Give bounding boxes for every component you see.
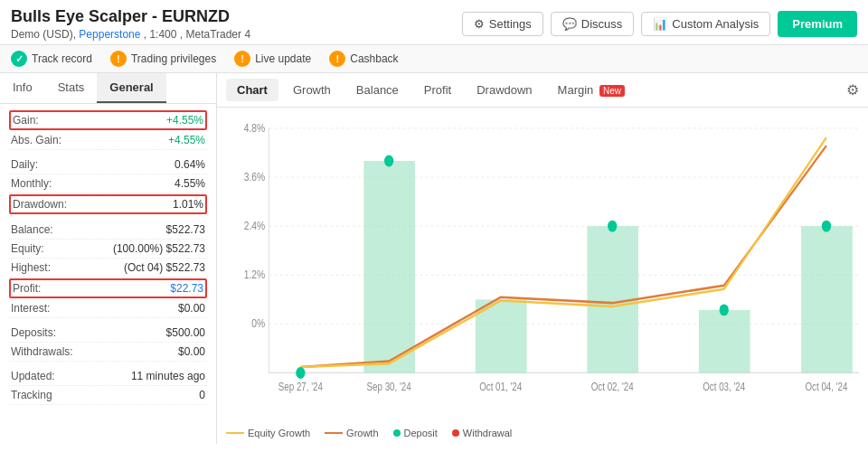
stat-daily: Daily: 0.64% <box>9 155 207 174</box>
balance-value: $522.73 <box>166 223 205 236</box>
gain-value: +4.55% <box>166 114 203 127</box>
svg-text:Sep 27, '24: Sep 27, '24 <box>278 381 323 392</box>
daily-label: Daily: <box>11 158 38 171</box>
equity-label: Equity: <box>11 242 44 255</box>
chart-tab-growth[interactable]: Growth <box>282 79 342 101</box>
chart-tabs-row: Chart Growth Balance Profit Drawdown Mar… <box>217 73 868 108</box>
legend-withdrawal: Withdrawal <box>452 428 512 438</box>
chart-svg: 4.8% 3.6% 2.4% 1.2% 0% <box>226 117 859 419</box>
badge-trading-privileges[interactable]: ! Trading privileges <box>110 51 216 67</box>
badge-live-update[interactable]: ! Live update <box>234 51 311 67</box>
badge-cashback[interactable]: ! Cashback <box>329 51 398 67</box>
badge-track-record[interactable]: ✓ Track record <box>11 51 92 67</box>
svg-text:Oct 03, '24: Oct 03, '24 <box>703 381 745 392</box>
bar-oct04 <box>801 226 853 372</box>
filter-icon[interactable]: ⚙ <box>846 81 859 99</box>
updated-value: 11 minutes ago <box>131 370 205 382</box>
chart-legend: Equity Growth Growth Deposit Withdrawal <box>217 424 868 444</box>
chat-icon: 💬 <box>562 17 577 31</box>
left-panel: Info Stats General Gain: +4.55% Abs. Gai… <box>0 73 217 444</box>
svg-text:Oct 02, '24: Oct 02, '24 <box>591 381 634 392</box>
legend-deposit: Deposit <box>393 428 438 438</box>
stat-equity: Equity: (100.00%) $522.73 <box>9 240 207 259</box>
tab-info[interactable]: Info <box>0 73 45 103</box>
deposit-label: Deposit <box>404 428 438 438</box>
equity-value: (100.00%) $522.73 <box>113 242 205 255</box>
highest-label: Highest: <box>11 261 51 274</box>
tracking-label: Tracking <box>11 389 52 401</box>
deposits-label: Deposits: <box>11 326 56 339</box>
svg-text:4.8%: 4.8% <box>244 121 265 134</box>
daily-value: 0.64% <box>175 158 205 171</box>
svg-text:Oct 04, '24: Oct 04, '24 <box>806 381 848 392</box>
subtitle-suffix: , 1:400 , MetaTrader 4 <box>144 28 250 41</box>
abs-gain-value: +4.55% <box>168 134 205 146</box>
stat-balance: Balance: $522.73 <box>9 221 207 240</box>
left-tabs: Info Stats General <box>0 73 216 104</box>
trading-privileges-label: Trading privileges <box>131 52 216 65</box>
deposits-value: $500.00 <box>166 326 205 339</box>
svg-text:3.6%: 3.6% <box>244 170 265 183</box>
svg-text:0%: 0% <box>251 316 265 329</box>
cashback-label: Cashback <box>350 52 398 65</box>
chart-tab-chart[interactable]: Chart <box>226 79 278 101</box>
deposit-dot-sep27 <box>296 367 305 379</box>
main-content: Info Stats General Gain: +4.55% Abs. Gai… <box>0 73 868 444</box>
settings-button[interactable]: ⚙ Settings <box>462 12 543 36</box>
withdrawals-label: Withdrawals: <box>11 345 73 358</box>
stat-updated: Updated: 11 minutes ago <box>9 367 207 386</box>
premium-button[interactable]: Premium <box>778 11 857 37</box>
tab-stats[interactable]: Stats <box>45 73 98 103</box>
growth-line-legend <box>325 432 343 434</box>
header-right: ⚙ Settings 💬 Discuss 📊 Custom Analysis P… <box>462 11 857 37</box>
custom-analysis-button[interactable]: 📊 Custom Analysis <box>641 12 770 36</box>
bar-oct03 <box>699 310 750 373</box>
gear-icon: ⚙ <box>474 17 485 31</box>
abs-gain-label: Abs. Gain: <box>11 134 61 146</box>
chart-tab-margin[interactable]: Margin New <box>547 79 636 101</box>
equity-growth-label: Equity Growth <box>248 428 310 438</box>
tab-general[interactable]: General <box>97 73 165 103</box>
chart-area: 4.8% 3.6% 2.4% 1.2% 0% <box>217 108 868 424</box>
monthly-label: Monthly: <box>11 177 52 190</box>
right-panel: Chart Growth Balance Profit Drawdown Mar… <box>217 73 868 444</box>
info-icon-cashback: ! <box>329 51 345 67</box>
withdrawal-label: Withdrawal <box>463 428 512 438</box>
stat-deposits: Deposits: $500.00 <box>9 324 207 343</box>
profit-label: Profit: <box>13 282 41 295</box>
withdrawal-dot-legend <box>452 429 459 437</box>
stat-gain: Gain: +4.55% <box>9 110 207 130</box>
equity-growth-line-legend <box>226 432 244 434</box>
info-icon-live: ! <box>234 51 250 67</box>
stat-abs-gain: Abs. Gain: +4.55% <box>9 131 207 150</box>
withdrawals-value: $0.00 <box>178 345 205 358</box>
interest-value: $0.00 <box>178 302 205 315</box>
svg-text:Sep 30, '24: Sep 30, '24 <box>367 381 411 392</box>
gain-label: Gain: <box>13 114 39 127</box>
new-badge: New <box>599 85 625 97</box>
stats-table: Gain: +4.55% Abs. Gain: +4.55% Daily: 0.… <box>0 104 216 444</box>
legend-growth: Growth <box>325 428 378 438</box>
analysis-icon: 📊 <box>653 17 667 31</box>
updated-label: Updated: <box>11 370 55 382</box>
chart-tab-balance[interactable]: Balance <box>345 79 410 101</box>
drawdown-label: Drawdown: <box>13 198 67 211</box>
chart-tab-drawdown[interactable]: Drawdown <box>466 79 542 101</box>
header: Bulls Eye Scalper - EURNZD Demo (USD), P… <box>0 0 868 45</box>
chart-tab-profit[interactable]: Profit <box>413 79 462 101</box>
discuss-button[interactable]: 💬 Discuss <box>551 12 635 36</box>
drawdown-value: 1.01% <box>173 198 203 211</box>
chart-tabs: Chart Growth Balance Profit Drawdown Mar… <box>226 79 636 101</box>
svg-text:2.4%: 2.4% <box>244 219 265 231</box>
subtitle: Demo (USD), Pepperstone , 1:400 , MetaTr… <box>11 28 250 41</box>
broker-link[interactable]: Pepperstone <box>79 28 140 41</box>
deposit-dot-oct04 <box>822 221 831 232</box>
profit-value: $22.73 <box>170 282 203 295</box>
monthly-value: 4.55% <box>175 177 205 190</box>
growth-label: Growth <box>346 428 378 438</box>
stat-withdrawals: Withdrawals: $0.00 <box>9 343 207 362</box>
stat-highest: Highest: (Oct 04) $522.73 <box>9 259 207 278</box>
interest-label: Interest: <box>11 302 50 315</box>
svg-text:Oct 01, '24: Oct 01, '24 <box>479 381 522 392</box>
svg-text:1.2%: 1.2% <box>244 268 265 280</box>
